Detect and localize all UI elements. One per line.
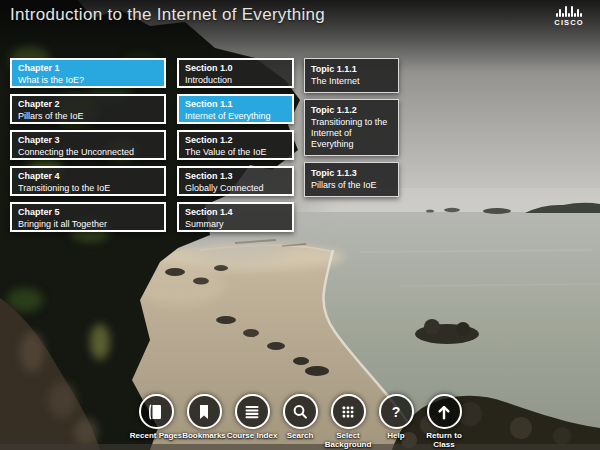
chapter-list: Chapter 1 What is the IoE? Chapter 2 Pil… bbox=[10, 58, 166, 232]
topic-title: The Internet bbox=[311, 76, 392, 87]
svg-text:?: ? bbox=[392, 403, 401, 419]
section-title: Summary bbox=[185, 219, 286, 230]
search-button[interactable]: Search bbox=[280, 394, 320, 449]
chapter-label: Chapter 4 bbox=[18, 171, 158, 182]
topic-label: Topic 1.1.3 bbox=[311, 168, 392, 179]
bookmarks-button[interactable]: Bookmarks bbox=[184, 394, 224, 449]
section-title: Introduction bbox=[185, 75, 286, 86]
cisco-logo-bars-icon bbox=[551, 6, 587, 17]
cisco-logo-text: CISCO bbox=[551, 18, 587, 27]
search-icon bbox=[283, 394, 318, 429]
topic-label: Topic 1.1.2 bbox=[311, 105, 392, 116]
topic-item-1-1-1[interactable]: Topic 1.1.1 The Internet bbox=[304, 58, 399, 93]
section-item-1-0[interactable]: Section 1.0 Introduction bbox=[177, 58, 294, 88]
topic-item-1-1-2[interactable]: Topic 1.1.2 Transitioning to the Interne… bbox=[304, 99, 399, 156]
chapter-item-4[interactable]: Chapter 4 Transitioning to the IoE bbox=[10, 166, 166, 196]
return-to-class-button[interactable]: Return to Class bbox=[424, 394, 464, 449]
section-item-1-1[interactable]: Section 1.1 Internet of Everything bbox=[177, 94, 294, 124]
section-label: Section 1.0 bbox=[185, 63, 286, 74]
bookmark-icon bbox=[187, 394, 222, 429]
chapter-item-5[interactable]: Chapter 5 Bringing it all Together bbox=[10, 202, 166, 232]
topic-list: Topic 1.1.1 The Internet Topic 1.1.2 Tra… bbox=[304, 58, 399, 197]
chapter-title: Connecting the Unconnected bbox=[18, 147, 158, 158]
chapter-title: What is the IoE? bbox=[18, 75, 158, 86]
section-item-1-4[interactable]: Section 1.4 Summary bbox=[177, 202, 294, 232]
section-item-1-2[interactable]: Section 1.2 The Value of the IoE bbox=[177, 130, 294, 160]
section-title: Internet of Everything bbox=[185, 111, 286, 122]
chapter-title: Pillars of the IoE bbox=[18, 111, 158, 122]
chapter-item-1[interactable]: Chapter 1 What is the IoE? bbox=[10, 58, 166, 88]
chapter-label: Chapter 5 bbox=[18, 207, 158, 218]
bottom-toolbar: Recent Pages Bookmarks Course Index bbox=[136, 394, 464, 449]
topic-item-1-1-3[interactable]: Topic 1.1.3 Pillars of the IoE bbox=[304, 162, 399, 197]
chapter-title: Transitioning to the IoE bbox=[18, 183, 158, 194]
recent-pages-button[interactable]: Recent Pages bbox=[136, 394, 176, 449]
section-title: The Value of the IoE bbox=[185, 147, 286, 158]
section-title: Globally Connected bbox=[185, 183, 286, 194]
section-item-1-3[interactable]: Section 1.3 Globally Connected bbox=[177, 166, 294, 196]
topic-title: Transitioning to the Internet of Everyth… bbox=[311, 117, 392, 150]
tool-label: Return to Class bbox=[415, 431, 473, 449]
help-icon: ? bbox=[379, 394, 414, 429]
section-list: Section 1.0 Introduction Section 1.1 Int… bbox=[177, 58, 294, 232]
section-label: Section 1.2 bbox=[185, 135, 286, 146]
section-label: Section 1.3 bbox=[185, 171, 286, 182]
page-title: Introduction to the Internet of Everythi… bbox=[10, 5, 325, 25]
cisco-logo: CISCO bbox=[551, 6, 587, 27]
course-navigation-screen: Introduction to the Internet of Everythi… bbox=[0, 0, 600, 450]
section-label: Section 1.4 bbox=[185, 207, 286, 218]
chapter-label: Chapter 1 bbox=[18, 63, 158, 74]
topic-label: Topic 1.1.1 bbox=[311, 64, 392, 75]
chapter-item-3[interactable]: Chapter 3 Connecting the Unconnected bbox=[10, 130, 166, 160]
chapter-label: Chapter 2 bbox=[18, 99, 158, 110]
chapter-item-2[interactable]: Chapter 2 Pillars of the IoE bbox=[10, 94, 166, 124]
section-label: Section 1.1 bbox=[185, 99, 286, 110]
course-index-button[interactable]: Course Index bbox=[232, 394, 272, 449]
topic-title: Pillars of the IoE bbox=[311, 180, 392, 191]
select-background-icon bbox=[331, 394, 366, 429]
return-to-class-icon bbox=[427, 394, 462, 429]
select-background-button[interactable]: Select Background bbox=[328, 394, 368, 449]
chapter-title: Bringing it all Together bbox=[18, 219, 158, 230]
recent-pages-icon bbox=[139, 394, 174, 429]
chapter-label: Chapter 3 bbox=[18, 135, 158, 146]
course-index-icon bbox=[235, 394, 270, 429]
help-button[interactable]: ? Help bbox=[376, 394, 416, 449]
